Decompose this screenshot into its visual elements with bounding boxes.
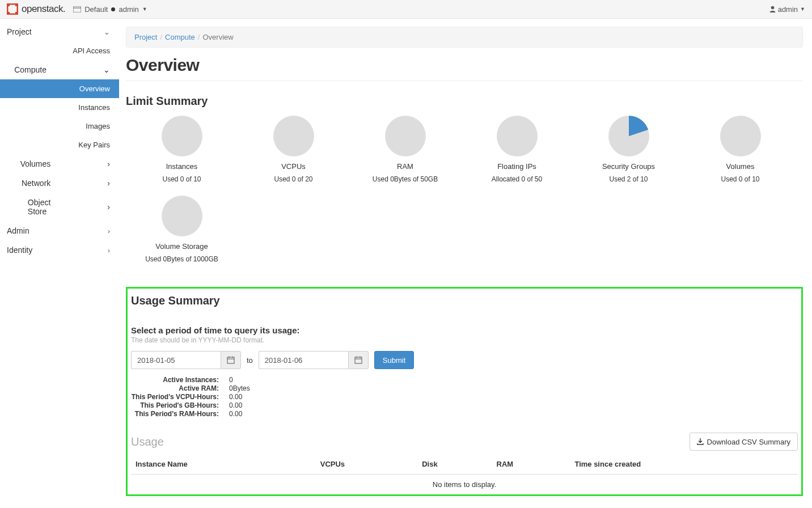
quota-pie [608,116,649,156]
openstack-icon [7,3,18,15]
domain-icon [73,6,81,12]
quota-value: Allocated 0 of 50 [461,175,573,183]
calendar-button-from[interactable] [221,351,241,369]
sidebar-item-label: Object Store [28,198,50,216]
quota-pie [162,116,202,156]
quota-pie [273,116,314,156]
sidebar-object-store[interactable]: Object Store› [0,193,119,221]
stat-value: 0Bytes [229,384,798,392]
sidebar-key-pairs[interactable]: Key Pairs [0,136,119,154]
sidebar-admin[interactable]: Admin› [0,221,119,240]
quota-item: Volume Storage Used 0Bytes of 1000GB [126,196,238,263]
sidebar-project[interactable]: Project⌄ [0,22,119,41]
breadcrumb-project[interactable]: Project [134,33,157,41]
date-from-input[interactable] [131,351,221,369]
stat-key: This Period's RAM-Hours: [131,410,219,418]
chevron-down-icon: ⌄ [104,28,110,36]
quota-value: Used 0 of 10 [684,175,796,183]
dot-icon [111,7,115,11]
stat-key: This Period's GB-Hours: [131,401,219,409]
quota-label: Security Groups [573,162,684,171]
download-icon [697,438,704,445]
svg-rect-2 [15,4,18,6]
svg-rect-1 [7,4,10,6]
stat-key: Active RAM: [131,384,219,392]
caret-down-icon: ▼ [800,6,805,12]
svg-rect-12 [355,357,362,363]
quota-value: Used 0Bytes of 1000GB [126,255,238,263]
quota-item: Security Groups Used 2 of 10 [573,116,684,183]
stat-value: 0.00 [229,393,798,401]
sidebar-identity[interactable]: Identity› [0,240,119,260]
period-label: Select a period of time to query its usa… [131,325,798,335]
sidebar-images[interactable]: Images [0,117,119,136]
usage-summary-title: Usage Summary [131,294,798,307]
sidebar-item-label: Project [7,27,32,36]
sidebar-item-label: Volumes [20,159,51,168]
submit-button[interactable]: Submit [374,351,414,369]
to-label: to [247,356,253,365]
svg-rect-4 [15,12,18,14]
quota-item: Floating IPs Allocated 0 of 50 [461,116,573,183]
sidebar-item-label: Admin [7,226,29,235]
chevron-right-icon: › [108,227,110,235]
caret-down-icon: ▼ [142,6,147,12]
quota-value: Used 0 of 10 [126,175,238,183]
brand-logo[interactable]: openstack. [7,3,65,15]
quota-label: Volumes [684,162,796,171]
breadcrumb-compute[interactable]: Compute [165,33,195,41]
calendar-icon [227,356,235,364]
sidebar-item-label: Compute [14,65,46,74]
date-to-input[interactable] [259,351,348,369]
empty-message: No items to display. [131,475,798,495]
sidebar-api-access[interactable]: API Access [0,41,119,60]
download-csv-button[interactable]: Download CSV Summary [690,433,798,451]
sidebar-instances[interactable]: Instances [0,98,119,117]
user-icon [769,6,776,12]
context-switcher[interactable]: Default admin ▼ [73,5,147,14]
quota-pie [162,196,202,236]
topbar: openstack. Default admin ▼ admin ▼ [0,0,812,19]
date-from-group [131,351,241,369]
page-title: Overview [126,56,803,75]
table-header-row: Instance NameVCPUsDiskRAMTime since crea… [131,454,798,475]
quota-label: Instances [126,162,238,171]
table-header: Disk [417,454,492,475]
sidebar-overview[interactable]: Overview [0,79,119,98]
sidebar-volumes[interactable]: Volumes› [0,154,119,173]
table-header: VCPUs [316,454,417,475]
table-header: Instance Name [131,454,316,475]
svg-point-7 [771,6,774,10]
quota-value: Used 2 of 10 [573,175,684,183]
usage-table: Instance NameVCPUsDiskRAMTime since crea… [131,454,798,494]
quota-label: VCPUs [238,162,349,171]
quota-item: Instances Used 0 of 10 [126,116,238,183]
stat-key: This Period's VCPU-Hours: [131,393,219,401]
stats-list: Active Instances:0Active RAM:0BytesThis … [131,376,798,418]
sidebar-compute[interactable]: Compute⌄ [0,60,119,79]
table-empty-row: No items to display. [131,475,798,495]
sidebar-item-label: Network [22,179,50,188]
sidebar-network[interactable]: Network› [0,173,119,193]
svg-rect-5 [73,6,81,12]
brand-text: openstack. [22,3,65,15]
stat-value: 0 [229,376,798,384]
quota-label: RAM [349,162,461,171]
stat-key: Active Instances: [131,376,219,384]
user-menu[interactable]: admin ▼ [769,5,805,14]
divider [126,81,803,81]
user-label: admin [778,5,798,14]
breadcrumb: Project/Compute/Overview [126,27,803,48]
chevron-right-icon: › [107,159,110,168]
quota-value: Used 0 of 20 [238,175,349,183]
sidebar: Project⌄ API Access Compute⌄ Overview In… [0,19,119,507]
chevron-down-icon: ⌄ [103,65,110,74]
period-hint: The date should be in YYYY-MM-DD format. [131,336,798,344]
table-header: RAM [492,454,570,475]
svg-rect-8 [227,357,234,363]
calendar-button-to[interactable] [348,351,369,369]
limit-summary-title: Limit Summary [126,95,803,108]
context-default: Default [84,5,108,14]
topbar-left: openstack. Default admin ▼ [7,3,147,15]
main-content: Project/Compute/Overview Overview Limit … [119,19,812,507]
